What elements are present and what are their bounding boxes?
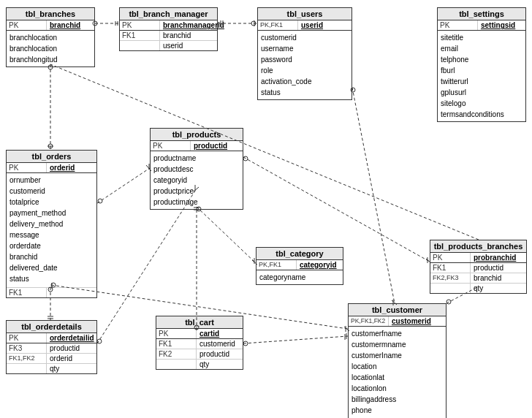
tbl-users-fields: customerid username password role activa… xyxy=(258,31,352,99)
tbl-orderdetails-title: tbl_orderdetails xyxy=(7,321,96,333)
tbl-pb-fk1-field: productid xyxy=(471,263,506,273)
tbl-cart-pk-field: cartid xyxy=(197,329,222,338)
svg-line-43 xyxy=(243,336,348,343)
svg-line-21 xyxy=(243,157,430,262)
tbl-pb-fk1-key: FK1 xyxy=(430,263,471,273)
tbl-branch-manager-title: tbl_branch_manager xyxy=(120,8,217,20)
tbl-products-pk-field: productid xyxy=(191,141,230,151)
tbl-branches-fields: branchlocation branchlocation branchlong… xyxy=(7,31,94,66)
tbl-category-fields: categoryname xyxy=(256,270,343,284)
tbl-pb-qty-field: qty xyxy=(471,284,486,293)
tbl-users-pk-field: userid xyxy=(298,20,326,30)
tbl-settings-pk-field: settingsid xyxy=(478,20,518,30)
tbl-cart-fk1-key: FK1 xyxy=(156,339,197,349)
tbl-orders-fk1-key: FK1 xyxy=(7,288,47,297)
tbl-category-pk-key: PK,FK1 xyxy=(256,260,297,270)
table-tbl-branch-manager: tbl_branch_manager PK branchmanagerid FK… xyxy=(119,7,218,51)
tbl-cust-pk-key: PK,FK1,FK2 xyxy=(349,316,389,326)
tbl-cart-title: tbl_cart xyxy=(156,316,243,329)
table-tbl-settings: tbl_settings PK settingsid sitetitle ema… xyxy=(437,7,526,122)
tbl-customer-title: tbl_customer xyxy=(349,304,446,316)
svg-point-14 xyxy=(98,199,102,203)
table-tbl-products: tbl_products PK productid productname pr… xyxy=(150,128,243,210)
tbl-cust-pk-field: customerid xyxy=(389,316,434,326)
tbl-products-fields: productname productdesc categoryid produ… xyxy=(151,151,243,209)
tbl-category-title: tbl_category xyxy=(256,248,343,260)
table-tbl-orderdetails: tbl_orderdetails PK orderdetailid FK3 pr… xyxy=(6,320,97,374)
tbl-od-pk-field: orderdetailid xyxy=(47,333,97,343)
tbl-pb-fk2-key: FK2,FK3 xyxy=(430,273,471,283)
canvas: tbl_branches PK branchid branchlocation … xyxy=(0,0,532,418)
tbl-users-pk-key: PK,FK1 xyxy=(258,20,298,30)
tbl-cart-qty-field: qty xyxy=(197,360,212,369)
tbl-od-qty-key xyxy=(7,364,47,373)
tbl-pb-fk2-field: branchid xyxy=(471,273,504,283)
tbl-orders-pk-field: orderid xyxy=(47,163,77,172)
tbl-branches-pk-field: branchid xyxy=(47,20,83,30)
tbl-pb-qty-key xyxy=(430,284,471,293)
tbl-pb-pk-key: PK xyxy=(430,253,471,262)
tbl-orders-title: tbl_orders xyxy=(7,151,96,163)
svg-point-40 xyxy=(97,339,102,343)
tbl-od-fk12-key: FK1,FK2 xyxy=(7,354,47,363)
tbl-products-branches-title: tbl_products_branches xyxy=(430,240,526,253)
tbl-settings-pk-key: PK xyxy=(438,20,478,30)
tbl-orders-fk1-field xyxy=(47,288,53,297)
tbl-bm-fk1-field: branchid xyxy=(160,31,194,40)
svg-point-7 xyxy=(251,21,256,26)
tbl-od-fk12-field: orderid xyxy=(47,354,75,363)
tbl-settings-title: tbl_settings xyxy=(438,8,525,20)
tbl-category-pk-field: categoryid xyxy=(297,260,340,270)
tbl-bm-pk-key: PK xyxy=(120,20,160,30)
table-tbl-orders: tbl_orders PK orderid ornumber customeri… xyxy=(6,150,97,298)
tbl-od-fk3-field: productid xyxy=(47,343,83,353)
table-tbl-cart: tbl_cart PK cartid FK1 customerid FK2 pr… xyxy=(156,316,243,370)
tbl-bm-fk-key2 xyxy=(120,41,160,50)
tbl-branches-pk-key: PK xyxy=(7,20,47,30)
tbl-cart-fk2-field: productid xyxy=(197,349,232,359)
tbl-products-pk-key: PK xyxy=(151,141,191,151)
table-tbl-branches: tbl_branches PK branchid branchlocation … xyxy=(6,7,95,67)
tbl-orders-fields: ornumber customerid totalprice payment_m… xyxy=(7,173,96,286)
svg-point-44 xyxy=(243,341,248,346)
tbl-cart-pk-key: PK xyxy=(156,329,197,338)
svg-point-22 xyxy=(243,156,248,161)
tbl-customer-fields: customerfname customermname customerInam… xyxy=(349,327,446,418)
svg-line-17 xyxy=(197,207,256,263)
table-tbl-category: tbl_category PK,FK1 categoryid categoryn… xyxy=(256,247,343,285)
table-tbl-products-branches: tbl_products_branches PK probranchid FK1… xyxy=(430,240,527,294)
tbl-branches-title: tbl_branches xyxy=(7,8,94,20)
table-tbl-customer: tbl_customer PK,FK1,FK2 customerid custo… xyxy=(348,303,446,418)
tbl-cart-qty-key xyxy=(156,360,197,369)
tbl-od-qty-field: qty xyxy=(47,364,62,373)
svg-line-13 xyxy=(97,168,150,203)
svg-point-11 xyxy=(48,144,53,148)
table-tbl-users: tbl_users PK,FK1 userid customerid usern… xyxy=(257,7,352,100)
tbl-bm-fk1-key: FK1 xyxy=(120,31,160,40)
tbl-bm-userid-field: userid xyxy=(160,41,186,50)
tbl-settings-fields: sitetitle email telphone fburl twitterur… xyxy=(438,31,525,121)
svg-line-26 xyxy=(352,88,395,303)
svg-point-52 xyxy=(446,300,451,304)
tbl-cart-fk2-key: FK2 xyxy=(156,349,197,359)
tbl-od-pk-key: PK xyxy=(7,333,47,343)
tbl-users-title: tbl_users xyxy=(258,8,352,20)
tbl-od-fk3-key: FK3 xyxy=(7,343,47,353)
tbl-pb-pk-field: probranchid xyxy=(471,253,519,262)
tbl-bm-pk-field: branchmanagerid xyxy=(160,20,227,30)
tbl-cart-fk1-field: customerid xyxy=(197,339,238,349)
tbl-products-title: tbl_products xyxy=(151,129,243,141)
tbl-orders-pk-key: PK xyxy=(7,163,47,172)
